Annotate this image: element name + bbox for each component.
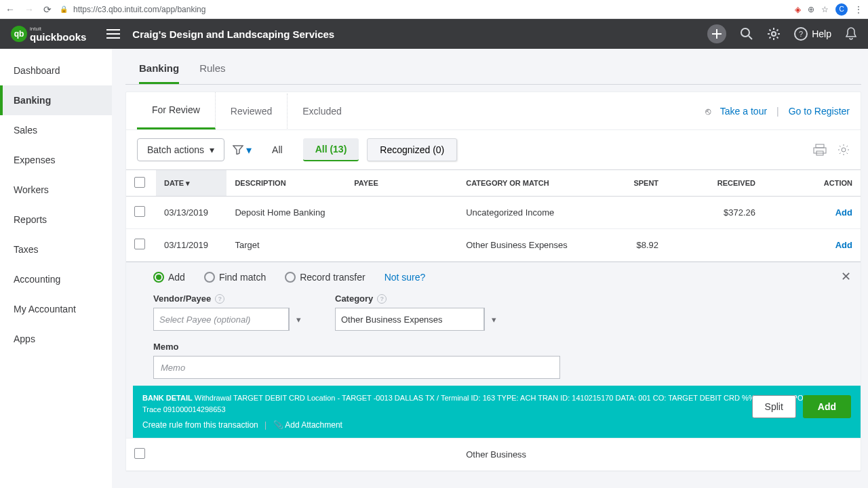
back-icon[interactable]: ← bbox=[5, 4, 15, 15]
transactions-table: DATE ▾ DESCRIPTION PAYEE CATEGORY OR MAT… bbox=[126, 169, 861, 471]
filter-button[interactable]: ▾ bbox=[233, 144, 252, 157]
separator: | bbox=[776, 106, 779, 117]
batch-actions-button[interactable]: Batch actions ▾ bbox=[137, 138, 224, 161]
select-all-checkbox[interactable] bbox=[134, 177, 145, 188]
zoom-icon[interactable]: ⊕ bbox=[808, 5, 814, 14]
header-action[interactable]: ACTION bbox=[764, 170, 861, 197]
sidebar-item-sales[interactable]: Sales bbox=[0, 115, 112, 145]
profile-avatar[interactable]: C bbox=[835, 3, 848, 16]
qb-logo: qb intuit quickbooks bbox=[11, 26, 86, 42]
sidebar-item-expenses[interactable]: Expenses bbox=[0, 145, 112, 175]
header-date[interactable]: DATE bbox=[164, 179, 184, 187]
tab-rules[interactable]: Rules bbox=[199, 56, 225, 84]
table-row[interactable]: Other Business bbox=[126, 439, 861, 471]
hamburger-icon[interactable] bbox=[106, 29, 120, 39]
table-row[interactable]: 03/11/2019 Target Other Business Expense… bbox=[126, 229, 861, 262]
cell-description: Deposit Home Banking bbox=[226, 197, 346, 229]
tab-banking[interactable]: Banking bbox=[139, 56, 179, 84]
header-payee[interactable]: PAYEE bbox=[346, 170, 458, 197]
add-attachment-link[interactable]: Add Attachment bbox=[285, 420, 342, 430]
memo-input[interactable]: Memo bbox=[153, 356, 560, 379]
create-button[interactable] bbox=[707, 24, 726, 43]
chevron-down-icon[interactable]: ▾ bbox=[289, 308, 308, 331]
sidebar-item-banking[interactable]: Banking bbox=[0, 85, 112, 115]
row-checkbox[interactable] bbox=[134, 239, 145, 249]
go-register-link[interactable]: Go to Register bbox=[789, 106, 850, 117]
cell-payee bbox=[346, 229, 458, 262]
add-button[interactable]: Add bbox=[803, 395, 851, 418]
split-button[interactable]: Split bbox=[752, 395, 796, 418]
category-select[interactable]: Other Business Expenses bbox=[335, 308, 484, 331]
svg-point-0 bbox=[741, 28, 749, 37]
sidebar-item-reports[interactable]: Reports bbox=[0, 205, 112, 235]
vendor-label: Vendor/Payee bbox=[153, 293, 211, 304]
help-icon[interactable]: ? bbox=[377, 294, 387, 304]
header-description[interactable]: DESCRIPTION bbox=[226, 170, 346, 197]
table-row[interactable]: 03/13/2019 Deposit Home Banking Uncatego… bbox=[126, 197, 861, 229]
main-content: Banking Rules For Review Reviewed Exclud… bbox=[125, 49, 861, 488]
extension-icon[interactable]: ◈ bbox=[795, 5, 801, 14]
cell-description: Target bbox=[226, 229, 346, 262]
row-checkbox[interactable] bbox=[134, 448, 145, 459]
browser-chrome: ← → ⟳ 🔒 https://c3.qbo.intuit.com/app/ba… bbox=[0, 0, 868, 19]
company-name: Craig's Design and Landscaping Services bbox=[132, 28, 334, 40]
svg-rect-4 bbox=[816, 144, 824, 148]
header-received[interactable]: RECEIVED bbox=[667, 170, 764, 197]
take-tour-link[interactable]: Take a tour bbox=[720, 106, 767, 117]
reload-icon[interactable]: ⟳ bbox=[43, 4, 52, 15]
cell-received bbox=[667, 229, 764, 262]
paperclip-icon: 📎 bbox=[273, 420, 283, 430]
sidebar-item-taxes[interactable]: Taxes bbox=[0, 235, 112, 264]
category-label: Category bbox=[335, 293, 373, 304]
sidebar-item-workers[interactable]: Workers bbox=[0, 175, 112, 205]
close-icon[interactable]: ✕ bbox=[841, 269, 851, 284]
svg-rect-5 bbox=[814, 148, 826, 153]
bell-icon[interactable] bbox=[845, 27, 857, 41]
help-label[interactable]: Help bbox=[812, 28, 831, 39]
gear-icon[interactable] bbox=[767, 27, 781, 41]
help-icon[interactable]: ? bbox=[215, 294, 224, 304]
filter-recognized[interactable]: Recognized (0) bbox=[367, 138, 457, 161]
sidebar-item-accounting[interactable]: Accounting bbox=[0, 264, 112, 294]
sidebar-item-myaccountant[interactable]: My Accountant bbox=[0, 294, 112, 324]
tab-reviewed[interactable]: Reviewed bbox=[216, 94, 288, 129]
memo-label: Memo bbox=[153, 342, 833, 352]
svg-point-7 bbox=[842, 148, 846, 152]
brand-name: quickbooks bbox=[30, 32, 86, 42]
filter-all[interactable]: All bbox=[260, 139, 295, 161]
banking-panel: For Review Reviewed Excluded ⎋ Take a to… bbox=[125, 92, 861, 472]
sidebar-item-dashboard[interactable]: Dashboard bbox=[0, 56, 112, 85]
chevron-down-icon[interactable]: ▾ bbox=[484, 308, 503, 331]
filter-all-count[interactable]: All (13) bbox=[303, 138, 359, 161]
svg-point-1 bbox=[772, 32, 776, 36]
header-spent[interactable]: SPENT bbox=[585, 170, 667, 197]
star-icon[interactable]: ☆ bbox=[821, 5, 829, 14]
bank-detail-text: Withdrawal TARGET DEBIT CRD Location - T… bbox=[142, 394, 841, 413]
not-sure-link[interactable]: Not sure? bbox=[384, 272, 426, 283]
search-icon[interactable] bbox=[740, 27, 753, 41]
settings-gear-icon[interactable] bbox=[837, 144, 850, 156]
sidebar-item-apps[interactable]: Apps bbox=[0, 324, 112, 354]
radio-record-transfer[interactable]: Record transfer bbox=[285, 272, 365, 283]
menu-icon[interactable]: ⋮ bbox=[854, 5, 863, 14]
print-icon[interactable] bbox=[813, 144, 827, 156]
bank-detail-label: BANK DETAIL bbox=[142, 394, 193, 402]
add-action[interactable]: Add bbox=[764, 197, 861, 229]
cell-category: Other Business bbox=[458, 439, 585, 471]
url-text: https://c3.qbo.intuit.com/app/banking bbox=[73, 5, 205, 14]
chevron-down-icon: ▾ bbox=[210, 144, 214, 155]
radio-find-match[interactable]: Find match bbox=[204, 272, 266, 283]
header-category[interactable]: CATEGORY OR MATCH bbox=[458, 170, 585, 197]
help-icon[interactable]: ? bbox=[794, 27, 808, 41]
app-header: qb intuit quickbooks Craig's Design and … bbox=[0, 19, 868, 49]
vendor-select[interactable]: Select Payee (optional) bbox=[153, 308, 289, 331]
forward-icon[interactable]: → bbox=[24, 4, 34, 15]
tab-excluded[interactable]: Excluded bbox=[288, 94, 357, 129]
transaction-detail-panel: ✕ Add Find match Record transfer Not sur… bbox=[126, 262, 861, 438]
tab-for-review[interactable]: For Review bbox=[137, 92, 216, 129]
row-checkbox[interactable] bbox=[134, 206, 145, 217]
qb-logo-icon: qb bbox=[11, 26, 27, 42]
radio-add[interactable]: Add bbox=[153, 272, 185, 283]
create-rule-link[interactable]: Create rule from this transaction bbox=[142, 420, 258, 430]
add-action[interactable]: Add bbox=[764, 229, 861, 262]
